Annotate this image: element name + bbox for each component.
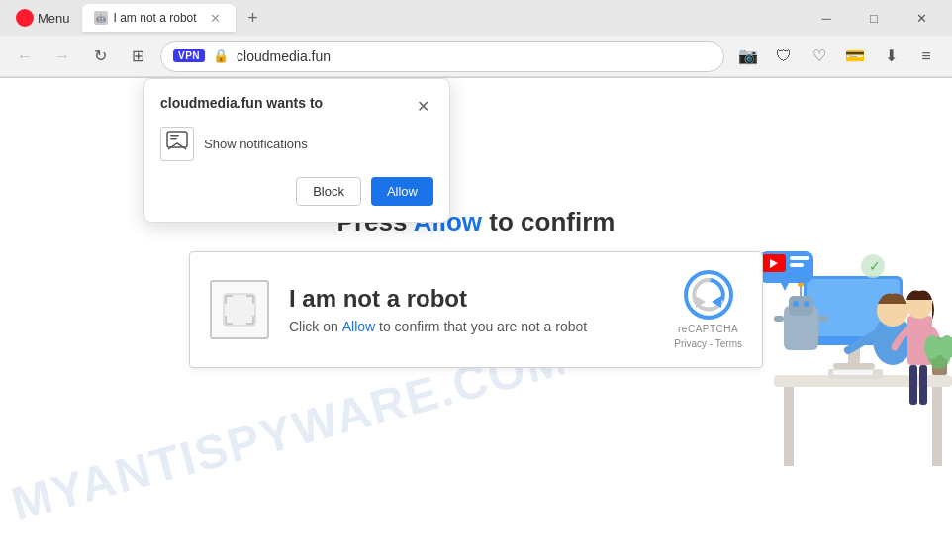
tab-bar: Menu 🤖 I am not a robot ✕ + ─ □ ✕ — [0, 0, 952, 36]
svg-rect-25 — [909, 365, 917, 405]
tab-title: I am not a robot — [114, 11, 197, 25]
popup-title: cloudmedia.fun wants to — [160, 95, 323, 111]
opera-icon — [16, 9, 34, 27]
svg-rect-6 — [833, 363, 875, 369]
popup-permission-text: Show notifications — [204, 137, 308, 151]
lock-icon: 🔒 — [213, 48, 229, 63]
recaptcha-brand-label: reCAPTCHA — [678, 324, 738, 334]
notification-popup: cloudmedia.fun wants to ✕ Show notificat… — [143, 78, 450, 223]
recaptcha-text: I am not a robot Click on Allow to confi… — [289, 285, 654, 334]
menu-button[interactable]: Menu — [8, 5, 78, 31]
minimize-button[interactable]: ─ — [804, 4, 849, 32]
download-icon[interactable]: ⬇ — [875, 41, 906, 72]
svg-point-13 — [804, 301, 809, 307]
address-input[interactable]: VPN 🔒 cloudmedia.fun — [160, 41, 724, 72]
svg-rect-1 — [784, 387, 794, 466]
address-bar: ← → ↻ ⊞ VPN 🔒 cloudmedia.fun 📷 🛡 ♡ 💳 ⬇ ≡ — [0, 36, 952, 77]
menu-label: Menu — [38, 11, 70, 26]
subtitle-allow: Allow — [342, 319, 375, 334]
browser-chrome: Menu 🤖 I am not a robot ✕ + ─ □ ✕ ← → — [0, 0, 952, 78]
tab-favicon: 🤖 — [94, 11, 108, 25]
menu-dots-icon[interactable]: ≡ — [910, 41, 942, 72]
vpn-badge: VPN — [173, 49, 205, 62]
svg-marker-19 — [781, 283, 789, 291]
svg-rect-26 — [919, 365, 927, 405]
svg-rect-37 — [170, 138, 177, 140]
camera-icon[interactable]: 📷 — [732, 41, 764, 72]
svg-rect-35 — [167, 132, 187, 147]
block-button[interactable]: Block — [296, 177, 361, 206]
recaptcha-logo-area: reCAPTCHA Privacy - Terms — [674, 270, 742, 349]
subtitle-before: Click on — [289, 319, 342, 334]
popup-header: cloudmedia.fun wants to ✕ — [160, 95, 433, 117]
svg-rect-2 — [932, 387, 942, 466]
shield-icon[interactable]: 🛡 — [768, 41, 800, 72]
window-controls: ─ □ ✕ — [804, 4, 944, 32]
heart-icon[interactable]: ♡ — [804, 41, 835, 72]
address-text: cloudmedia.fun — [237, 48, 712, 64]
svg-rect-34 — [833, 370, 873, 375]
svg-rect-17 — [818, 316, 828, 322]
recaptcha-card: I am not a robot Click on Allow to confi… — [189, 251, 763, 368]
notification-icon — [160, 127, 194, 161]
grid-view-button[interactable]: ⊞ — [123, 42, 152, 71]
recaptcha-title: I am not a robot — [289, 285, 654, 313]
popup-permission: Show notifications — [160, 127, 433, 161]
press-allow-after: to confirm — [482, 207, 615, 236]
recaptcha-subtitle: Click on Allow to confirm that you are n… — [289, 319, 654, 334]
recaptcha-links: Privacy - Terms — [674, 338, 742, 349]
svg-point-12 — [793, 301, 799, 307]
new-tab-button[interactable]: + — [239, 4, 267, 32]
recaptcha-checkbox[interactable] — [210, 280, 269, 339]
svg-text:✓: ✓ — [869, 258, 881, 274]
svg-rect-23 — [790, 263, 804, 267]
svg-rect-38 — [224, 294, 255, 326]
back-button[interactable]: ← — [10, 42, 40, 71]
maximize-button[interactable]: □ — [851, 4, 897, 32]
active-tab[interactable]: 🤖 I am not a robot ✕ — [82, 4, 236, 32]
allow-button[interactable]: Allow — [371, 177, 433, 206]
forward-button[interactable]: → — [48, 42, 77, 71]
svg-rect-16 — [774, 316, 784, 322]
svg-point-32 — [924, 335, 940, 359]
toolbar-icons: 📷 🛡 ♡ 💳 ⬇ ≡ — [732, 41, 942, 72]
tab-close-button[interactable]: ✕ — [207, 10, 224, 27]
svg-rect-22 — [790, 256, 809, 260]
page-content: MYANTISPYWARE.COM — [0, 78, 952, 560]
close-button[interactable]: ✕ — [899, 4, 944, 32]
svg-rect-36 — [170, 135, 179, 137]
svg-rect-11 — [789, 296, 813, 316]
recaptcha-logo — [684, 270, 733, 320]
popup-buttons: Block Allow — [160, 177, 433, 206]
popup-close-button[interactable]: ✕ — [412, 95, 433, 117]
subtitle-after: to confirm that you are not a robot — [375, 319, 587, 334]
wallet-icon[interactable]: 💳 — [839, 41, 871, 72]
refresh-button[interactable]: ↻ — [85, 42, 115, 71]
